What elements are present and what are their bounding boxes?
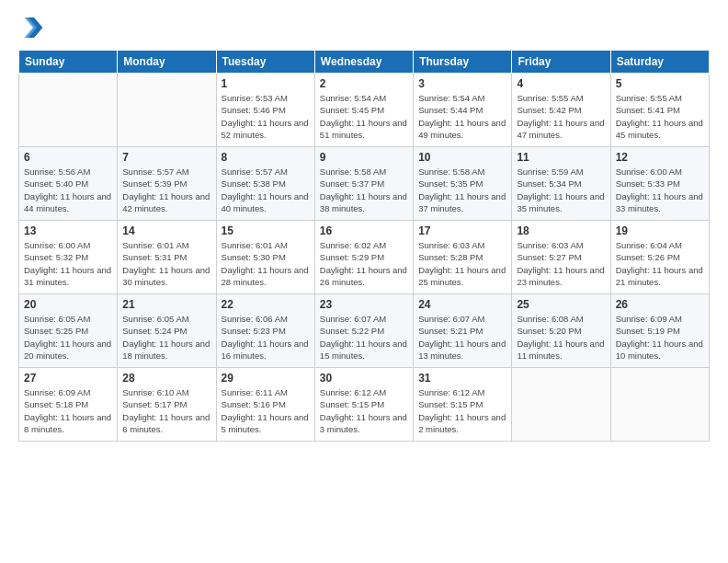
calendar-cell: 25Sunrise: 6:08 AM Sunset: 5:20 PM Dayli… [512, 294, 610, 368]
day-number: 31 [418, 372, 506, 385]
calendar-cell: 28Sunrise: 6:10 AM Sunset: 5:17 PM Dayli… [118, 368, 216, 442]
day-number: 19 [616, 224, 704, 237]
calendar-cell [512, 368, 610, 442]
page: SundayMondayTuesdayWednesdayThursdayFrid… [0, 0, 728, 563]
calendar-cell: 3Sunrise: 5:54 AM Sunset: 5:44 PM Daylig… [414, 74, 512, 147]
day-number: 18 [517, 224, 605, 237]
cell-details: Sunrise: 6:09 AM Sunset: 5:19 PM Dayligh… [616, 313, 704, 362]
day-number: 2 [320, 77, 408, 90]
calendar-cell: 12Sunrise: 6:00 AM Sunset: 5:33 PM Dayli… [610, 147, 709, 221]
calendar-cell: 1Sunrise: 5:53 AM Sunset: 5:46 PM Daylig… [216, 74, 314, 147]
cell-details: Sunrise: 5:53 AM Sunset: 5:46 PM Dayligh… [222, 92, 310, 141]
calendar-cell: 27Sunrise: 6:09 AM Sunset: 5:18 PM Dayli… [19, 368, 118, 442]
calendar-cell: 20Sunrise: 6:05 AM Sunset: 5:25 PM Dayli… [19, 294, 118, 368]
weekday-header-row: SundayMondayTuesdayWednesdayThursdayFrid… [19, 51, 710, 74]
cell-details: Sunrise: 5:58 AM Sunset: 5:37 PM Dayligh… [320, 166, 408, 214]
calendar-cell [610, 368, 709, 442]
week-row-3: 13Sunrise: 6:00 AM Sunset: 5:32 PM Dayli… [19, 221, 710, 294]
calendar-cell [118, 74, 216, 147]
cell-details: Sunrise: 6:04 AM Sunset: 5:26 PM Dayligh… [616, 239, 704, 288]
cell-details: Sunrise: 6:07 AM Sunset: 5:21 PM Dayligh… [418, 313, 506, 362]
calendar-cell: 15Sunrise: 6:01 AM Sunset: 5:30 PM Dayli… [216, 221, 314, 294]
weekday-sunday: Sunday [19, 51, 118, 74]
day-number: 10 [418, 151, 506, 164]
cell-details: Sunrise: 6:03 AM Sunset: 5:28 PM Dayligh… [418, 239, 506, 288]
weekday-friday: Friday [512, 51, 610, 74]
calendar-cell: 13Sunrise: 6:00 AM Sunset: 5:32 PM Dayli… [19, 221, 118, 294]
day-number: 27 [24, 372, 112, 385]
day-number: 26 [616, 298, 704, 311]
day-number: 14 [122, 224, 210, 237]
calendar-cell: 21Sunrise: 6:05 AM Sunset: 5:24 PM Dayli… [118, 294, 216, 368]
cell-details: Sunrise: 5:59 AM Sunset: 5:34 PM Dayligh… [517, 166, 605, 214]
calendar-cell: 16Sunrise: 6:02 AM Sunset: 5:29 PM Dayli… [314, 221, 413, 294]
cell-details: Sunrise: 5:55 AM Sunset: 5:41 PM Dayligh… [616, 92, 704, 141]
cell-details: Sunrise: 6:12 AM Sunset: 5:15 PM Dayligh… [418, 386, 506, 435]
cell-details: Sunrise: 6:01 AM Sunset: 5:31 PM Dayligh… [122, 239, 210, 288]
header [18, 15, 710, 40]
weekday-thursday: Thursday [414, 51, 512, 74]
cell-details: Sunrise: 5:58 AM Sunset: 5:35 PM Dayligh… [418, 166, 506, 214]
calendar-cell: 5Sunrise: 5:55 AM Sunset: 5:41 PM Daylig… [610, 74, 709, 147]
logo [18, 15, 48, 40]
day-number: 7 [122, 151, 210, 164]
day-number: 8 [222, 151, 310, 164]
day-number: 11 [517, 151, 605, 164]
day-number: 6 [24, 151, 112, 164]
cell-details: Sunrise: 5:54 AM Sunset: 5:45 PM Dayligh… [320, 92, 408, 141]
day-number: 13 [24, 224, 112, 237]
cell-details: Sunrise: 6:09 AM Sunset: 5:18 PM Dayligh… [24, 386, 112, 435]
day-number: 20 [24, 298, 112, 311]
day-number: 12 [616, 151, 704, 164]
calendar-cell [19, 74, 118, 147]
week-row-4: 20Sunrise: 6:05 AM Sunset: 5:25 PM Dayli… [19, 294, 710, 368]
cell-details: Sunrise: 6:07 AM Sunset: 5:22 PM Dayligh… [320, 313, 408, 362]
cell-details: Sunrise: 6:08 AM Sunset: 5:20 PM Dayligh… [517, 313, 605, 362]
calendar-cell: 23Sunrise: 6:07 AM Sunset: 5:22 PM Dayli… [314, 294, 413, 368]
calendar-cell: 19Sunrise: 6:04 AM Sunset: 5:26 PM Dayli… [610, 221, 709, 294]
day-number: 29 [222, 372, 310, 385]
cell-details: Sunrise: 5:56 AM Sunset: 5:40 PM Dayligh… [24, 166, 112, 214]
week-row-5: 27Sunrise: 6:09 AM Sunset: 5:18 PM Dayli… [19, 368, 710, 442]
day-number: 9 [320, 151, 408, 164]
day-number: 4 [517, 77, 605, 90]
calendar-cell: 31Sunrise: 6:12 AM Sunset: 5:15 PM Dayli… [414, 368, 512, 442]
calendar-cell: 6Sunrise: 5:56 AM Sunset: 5:40 PM Daylig… [19, 147, 118, 221]
cell-details: Sunrise: 5:54 AM Sunset: 5:44 PM Dayligh… [418, 92, 506, 141]
cell-details: Sunrise: 6:00 AM Sunset: 5:32 PM Dayligh… [24, 239, 112, 288]
week-row-2: 6Sunrise: 5:56 AM Sunset: 5:40 PM Daylig… [19, 147, 710, 221]
day-number: 15 [222, 224, 310, 237]
day-number: 5 [616, 77, 704, 90]
calendar-cell: 8Sunrise: 5:57 AM Sunset: 5:38 PM Daylig… [216, 147, 314, 221]
day-number: 17 [418, 224, 506, 237]
day-number: 23 [320, 298, 408, 311]
calendar-cell: 18Sunrise: 6:03 AM Sunset: 5:27 PM Dayli… [512, 221, 610, 294]
day-number: 3 [418, 77, 506, 90]
day-number: 24 [418, 298, 506, 311]
calendar-cell: 29Sunrise: 6:11 AM Sunset: 5:16 PM Dayli… [216, 368, 314, 442]
weekday-wednesday: Wednesday [314, 51, 413, 74]
day-number: 22 [222, 298, 310, 311]
cell-details: Sunrise: 6:05 AM Sunset: 5:24 PM Dayligh… [122, 313, 210, 362]
calendar-table: SundayMondayTuesdayWednesdayThursdayFrid… [18, 50, 710, 442]
calendar-cell: 22Sunrise: 6:06 AM Sunset: 5:23 PM Dayli… [216, 294, 314, 368]
cell-details: Sunrise: 6:12 AM Sunset: 5:15 PM Dayligh… [320, 386, 408, 435]
calendar-cell: 2Sunrise: 5:54 AM Sunset: 5:45 PM Daylig… [314, 74, 413, 147]
cell-details: Sunrise: 5:57 AM Sunset: 5:38 PM Dayligh… [222, 166, 310, 214]
cell-details: Sunrise: 6:00 AM Sunset: 5:33 PM Dayligh… [616, 166, 704, 214]
day-number: 30 [320, 372, 408, 385]
cell-details: Sunrise: 6:06 AM Sunset: 5:23 PM Dayligh… [222, 313, 310, 362]
cell-details: Sunrise: 6:11 AM Sunset: 5:16 PM Dayligh… [222, 386, 310, 435]
weekday-monday: Monday [118, 51, 216, 74]
day-number: 1 [222, 77, 310, 90]
cell-details: Sunrise: 6:02 AM Sunset: 5:29 PM Dayligh… [320, 239, 408, 288]
week-row-1: 1Sunrise: 5:53 AM Sunset: 5:46 PM Daylig… [19, 74, 710, 147]
cell-details: Sunrise: 6:05 AM Sunset: 5:25 PM Dayligh… [24, 313, 112, 362]
weekday-tuesday: Tuesday [216, 51, 314, 74]
calendar-cell: 30Sunrise: 6:12 AM Sunset: 5:15 PM Dayli… [314, 368, 413, 442]
day-number: 21 [122, 298, 210, 311]
cell-details: Sunrise: 5:57 AM Sunset: 5:39 PM Dayligh… [122, 166, 210, 214]
calendar-cell: 14Sunrise: 6:01 AM Sunset: 5:31 PM Dayli… [118, 221, 216, 294]
calendar-cell: 4Sunrise: 5:55 AM Sunset: 5:42 PM Daylig… [512, 74, 610, 147]
calendar-cell: 24Sunrise: 6:07 AM Sunset: 5:21 PM Dayli… [414, 294, 512, 368]
